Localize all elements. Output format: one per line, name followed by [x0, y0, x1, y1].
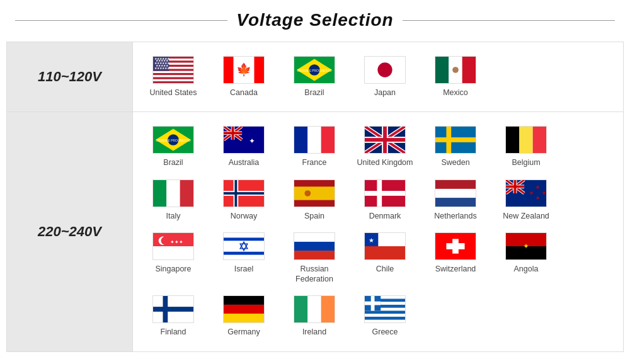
flag-mx — [435, 56, 476, 84]
svg-rect-116 — [153, 307, 193, 312]
svg-text:★: ★ — [542, 190, 546, 195]
svg-text:✦: ✦ — [249, 137, 255, 145]
countries-grid-1: ORDEM E PROGRESSO Brazil ✦ Australia Fra… — [139, 122, 617, 341]
flag-de — [223, 295, 265, 323]
country-name-label: Brazil — [163, 157, 183, 168]
voltage-table: 110~120V ★★★★★★ ★★★★★ ★★★★★★ ★★★★★ ★★★★★… — [6, 42, 624, 352]
svg-point-22 — [377, 62, 392, 77]
list-item: ✦ Australia — [210, 122, 278, 171]
country-name-label: United States — [149, 88, 197, 98]
country-name-label: Ireland — [302, 327, 326, 337]
country-name-label: Chile — [376, 264, 394, 274]
flag-br: ORDEM E PROGRESSO — [152, 126, 194, 154]
flag-ch — [435, 232, 476, 260]
svg-rect-118 — [224, 305, 264, 314]
flag-no — [223, 179, 265, 207]
flag-se — [435, 126, 476, 154]
page-wrapper: Voltage Selection 110~120V ★★★★★★ ★★★★★ … — [0, 0, 630, 364]
list-item: Greece — [351, 292, 419, 341]
list-item: ★ Chile — [351, 229, 419, 278]
list-item: Japan — [351, 52, 419, 101]
flag-dk — [364, 179, 406, 207]
svg-text:★: ★ — [536, 185, 540, 190]
svg-rect-40 — [224, 132, 242, 135]
svg-rect-102 — [294, 242, 335, 251]
flag-it — [152, 179, 194, 207]
svg-text:✦: ✦ — [523, 242, 529, 250]
svg-rect-110 — [446, 243, 464, 249]
list-item: Belgium — [492, 122, 560, 171]
list-item: Spain — [280, 176, 348, 225]
svg-point-26 — [452, 67, 459, 73]
svg-rect-76 — [435, 198, 476, 207]
svg-rect-53 — [365, 138, 405, 142]
list-item: ✦✦✦ Singapore — [139, 229, 207, 278]
flag-il — [223, 232, 265, 260]
country-name-label: Australia — [229, 157, 260, 168]
country-name-label: United Kingdom — [357, 157, 413, 168]
svg-rect-60 — [153, 179, 166, 207]
svg-rect-105 — [365, 246, 405, 259]
list-item: United Kingdom — [351, 122, 419, 171]
svg-point-94 — [161, 236, 170, 245]
svg-rect-92 — [153, 246, 193, 259]
page-title: Voltage Selection — [236, 10, 393, 30]
list-item: Sweden — [421, 122, 490, 171]
flag-jp — [364, 56, 406, 84]
svg-rect-128 — [365, 320, 405, 323]
countries-grid-0: ★★★★★★ ★★★★★ ★★★★★★ ★★★★★ ★★★★★★ United … — [139, 52, 617, 101]
country-name-label: Angola — [514, 264, 539, 274]
list-item: Switzerland — [421, 229, 490, 278]
svg-rect-67 — [224, 192, 264, 195]
svg-text:★★★★★★: ★★★★★★ — [154, 67, 170, 70]
flag-cl: ★ — [364, 232, 406, 260]
flag-fr — [294, 126, 335, 154]
svg-text:★: ★ — [369, 237, 374, 244]
svg-rect-97 — [224, 237, 264, 241]
svg-rect-86 — [506, 185, 524, 188]
flag-ru — [294, 232, 335, 260]
svg-rect-103 — [294, 251, 335, 259]
svg-rect-131 — [365, 302, 381, 305]
svg-rect-101 — [294, 232, 335, 241]
svg-rect-4 — [153, 71, 193, 73]
list-item: Netherlands — [421, 176, 490, 225]
country-name-label: Spain — [304, 211, 324, 221]
flag-ie — [294, 295, 335, 323]
country-name-label: Italy — [166, 211, 181, 221]
flag-au: ✦ — [223, 126, 265, 154]
country-name-label: Israel — [234, 264, 254, 274]
svg-rect-25 — [462, 57, 476, 84]
svg-rect-73 — [365, 191, 405, 196]
country-name-label: Belgium — [512, 157, 540, 168]
voltage-content-0: ★★★★★★ ★★★★★ ★★★★★★ ★★★★★ ★★★★★★ United … — [133, 42, 624, 112]
svg-rect-119 — [224, 314, 264, 322]
svg-rect-127 — [365, 314, 405, 317]
svg-rect-44 — [321, 127, 335, 154]
country-name-label: Brazil — [304, 88, 324, 98]
flag-be — [505, 126, 547, 154]
svg-rect-117 — [224, 296, 264, 305]
svg-rect-96 — [224, 232, 264, 259]
svg-text:🍁: 🍁 — [236, 62, 252, 77]
title-line-right — [403, 20, 615, 21]
country-name-label: Japan — [374, 88, 396, 98]
list-item: ✦ Angola — [492, 229, 560, 278]
flag-gb — [364, 126, 406, 154]
list-item: Israel — [210, 229, 278, 278]
list-item: Mexico — [421, 52, 490, 101]
country-name-label: Germany — [227, 327, 260, 337]
country-name-label: Mexico — [443, 88, 468, 98]
svg-rect-98 — [224, 251, 264, 254]
svg-rect-42 — [294, 127, 307, 154]
country-name-label: Netherlands — [434, 211, 476, 221]
flag-ao: ✦ — [505, 232, 547, 260]
flag-nz: ★ ★ ★ ★ — [505, 179, 547, 207]
list-item: ORDEM E PROGRESSO Brazil — [139, 122, 207, 171]
svg-rect-121 — [307, 296, 321, 323]
svg-rect-14 — [224, 57, 234, 84]
list-item: Denmark — [351, 176, 419, 225]
svg-rect-59 — [533, 127, 546, 154]
list-item: Germany — [210, 292, 278, 341]
list-item: ★★★★★★ ★★★★★ ★★★★★★ ★★★★★ ★★★★★★ United … — [139, 52, 207, 101]
